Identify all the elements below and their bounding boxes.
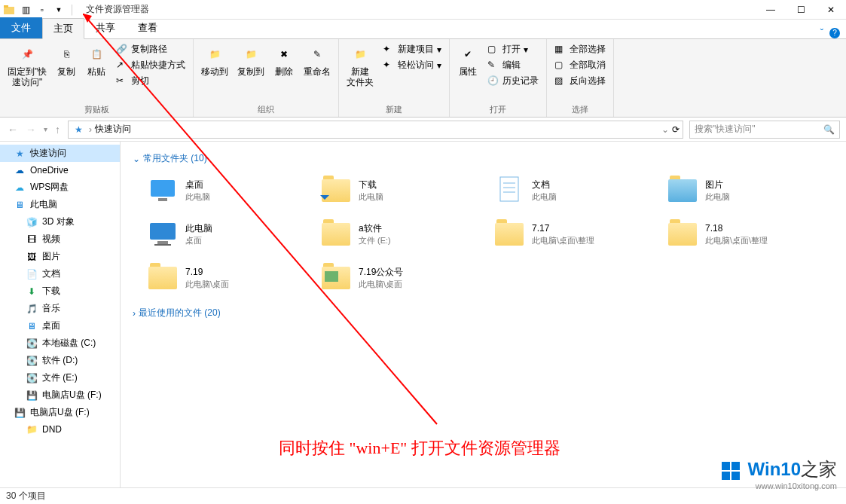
delete-button[interactable]: ✖删除 (270, 42, 298, 78)
nav-recent-dropdown[interactable]: ▾ (42, 124, 49, 135)
easy-access-button[interactable]: ✦轻松访问 ▾ (380, 58, 444, 72)
folder-item[interactable]: 此电脑 桌面 (145, 216, 303, 252)
copy-to-icon: 📁 (240, 44, 261, 65)
sidebar-item-quick-access[interactable]: ★快速访问 (0, 145, 120, 162)
annotation-text: 同时按住 "win+E" 打开文件资源管理器 (279, 437, 560, 460)
item-location: 此电脑 (532, 191, 557, 202)
ribbon-group-new: 新建 (344, 102, 444, 115)
edit-button[interactable]: ✎编辑 (484, 58, 542, 72)
rename-button[interactable]: ✎重命名 (301, 42, 334, 78)
close-button[interactable]: ✕ (816, 0, 846, 20)
sidebar-item-dnd[interactable]: 📁DND (0, 421, 120, 438)
move-to-button[interactable]: 📁移动到 (198, 42, 231, 78)
svg-rect-5 (500, 177, 518, 201)
group-recent-files[interactable]: › 最近使用的文件 (20) (133, 307, 834, 319)
sidebar-item-videos[interactable]: 🎞视频 (0, 231, 120, 248)
sidebar-item-wps[interactable]: ☁WPS网盘 (0, 179, 120, 196)
group-frequent-folders[interactable]: ⌄ 常用文件夹 (10) (133, 152, 834, 165)
folder-item[interactable]: 7.19 此电脑\桌面 (145, 260, 303, 296)
tab-file[interactable]: 文件 (0, 17, 42, 38)
new-folder-button[interactable]: 📁新建 文件夹 (344, 42, 377, 90)
new-item-icon: ✦ (383, 44, 395, 56)
nav-back-button[interactable]: ← (6, 122, 20, 137)
tab-home[interactable]: 主页 (42, 18, 84, 39)
sidebar-item-onedrive[interactable]: ☁OneDrive (0, 162, 120, 179)
folder-item[interactable]: 7.17 此电脑\桌面\整理 (491, 216, 649, 252)
sidebar-item-this-pc[interactable]: 🖥此电脑 (0, 196, 120, 213)
search-input[interactable]: 搜索"快速访问" 🔍 (689, 121, 840, 139)
item-name: 7.19 (185, 267, 229, 279)
nav-forward-button[interactable]: → (24, 122, 38, 137)
properties-button[interactable]: ✔属性 (454, 42, 481, 78)
folder-icon (146, 174, 179, 207)
cut-button[interactable]: ✂剪切 (113, 74, 188, 88)
folder-icon (319, 174, 353, 207)
sidebar-item-pictures[interactable]: 🖼图片 (0, 248, 120, 265)
item-location: 此电脑 (705, 191, 730, 202)
select-none-button[interactable]: ▢全部取消 (551, 58, 609, 72)
sidebar-item-usb-f[interactable]: 💾电脑店U盘 (F:) (0, 386, 120, 404)
sidebar-item-disk-c[interactable]: 💽本地磁盘 (C:) (0, 334, 120, 352)
history-button[interactable]: 🕘历史记录 (484, 74, 542, 88)
folder-item[interactable]: 7.19公众号 此电脑\桌面 (318, 260, 476, 296)
folder-icon (146, 261, 179, 295)
paste-shortcut-button[interactable]: ↗粘贴快捷方式 (113, 58, 188, 72)
new-item-button[interactable]: ✦新建项目 ▾ (380, 42, 444, 57)
copy-path-button[interactable]: 🔗复制路径 (113, 42, 188, 57)
sidebar-item-disk-e[interactable]: 💽文件 (E:) (0, 369, 120, 386)
select-all-button[interactable]: ▦全部选择 (551, 42, 609, 57)
star-icon: ★ (14, 148, 26, 160)
sidebar-item-3d-objects[interactable]: 🧊3D 对象 (0, 213, 120, 231)
breadcrumb[interactable]: 快速访问 (95, 123, 131, 136)
qat-properties-icon[interactable]: ▥ (20, 4, 32, 16)
copy-button[interactable]: ⎘ 复制 (53, 42, 80, 78)
paste-button[interactable]: 📋 粘贴 (83, 42, 110, 78)
svg-rect-3 (158, 198, 167, 201)
sidebar: ★快速访问 ☁OneDrive ☁WPS网盘 🖥此电脑 🧊3D 对象 🎞视频 🖼… (0, 142, 121, 487)
history-icon: 🕘 (487, 75, 499, 87)
cloud-icon: ☁ (14, 182, 26, 194)
folder-icon (493, 174, 526, 207)
collapse-ribbon-icon[interactable]: ˇ (820, 27, 823, 38)
item-location: 文件 (E:) (359, 235, 391, 246)
item-location: 此电脑\桌面\整理 (532, 235, 594, 246)
invert-selection-button[interactable]: ▨反向选择 (551, 74, 609, 88)
chevron-right-icon: › (86, 124, 95, 135)
minimize-button[interactable]: — (756, 0, 786, 20)
folder-item[interactable]: 7.18 此电脑\桌面\整理 (664, 216, 823, 252)
refresh-button[interactable]: ⟳ (672, 124, 680, 135)
sidebar-item-documents[interactable]: 📄文档 (0, 265, 120, 283)
maximize-button[interactable]: ☐ (786, 0, 816, 20)
pin-to-quick-access-button[interactable]: 📌 固定到"快 速访问" (5, 42, 50, 90)
folder-icon (319, 261, 353, 295)
sidebar-item-downloads[interactable]: ⬇下载 (0, 283, 120, 300)
sidebar-item-disk-d[interactable]: 💽软件 (D:) (0, 352, 120, 369)
item-name: 桌面 (185, 179, 210, 191)
svg-rect-11 (154, 244, 171, 246)
sidebar-item-usb-f2[interactable]: 💾电脑店U盘 (F:) (0, 404, 120, 421)
sidebar-item-music[interactable]: 🎵音乐 (0, 300, 120, 317)
folder-item[interactable]: 下载 此电脑 (318, 173, 476, 209)
folder-item[interactable]: a软件 文件 (E:) (318, 216, 476, 252)
easy-access-icon: ✦ (383, 60, 395, 72)
folder-icon (666, 218, 699, 251)
svg-rect-15 (731, 462, 740, 470)
address-dropdown-icon[interactable]: ⌄ (658, 124, 672, 135)
copy-to-button[interactable]: 📁复制到 (234, 42, 267, 78)
folder-item[interactable]: 文档 此电脑 (491, 173, 649, 209)
qat-newfolder-icon[interactable]: ▫ (36, 4, 48, 16)
address-bar[interactable]: ★ › 快速访问 ⌄ ⟳ (68, 121, 683, 139)
folder-icon (146, 218, 179, 251)
windows-logo-icon (722, 462, 740, 480)
usb-icon: 💾 (26, 389, 38, 402)
ribbon-group-clipboard: 剪贴板 (5, 102, 188, 115)
qat-dropdown-icon[interactable]: ▼ (53, 4, 65, 16)
folder-item[interactable]: 图片 此电脑 (664, 173, 823, 209)
help-icon[interactable]: ? (829, 28, 840, 38)
open-button[interactable]: ▢打开 ▾ (484, 42, 542, 57)
sidebar-item-desktop[interactable]: 🖥桌面 (0, 317, 120, 334)
tab-share[interactable]: 共享 (84, 17, 127, 38)
folder-item[interactable]: 桌面 此电脑 (145, 173, 303, 209)
tab-view[interactable]: 查看 (127, 17, 169, 38)
nav-up-button[interactable]: ↑ (53, 122, 62, 137)
